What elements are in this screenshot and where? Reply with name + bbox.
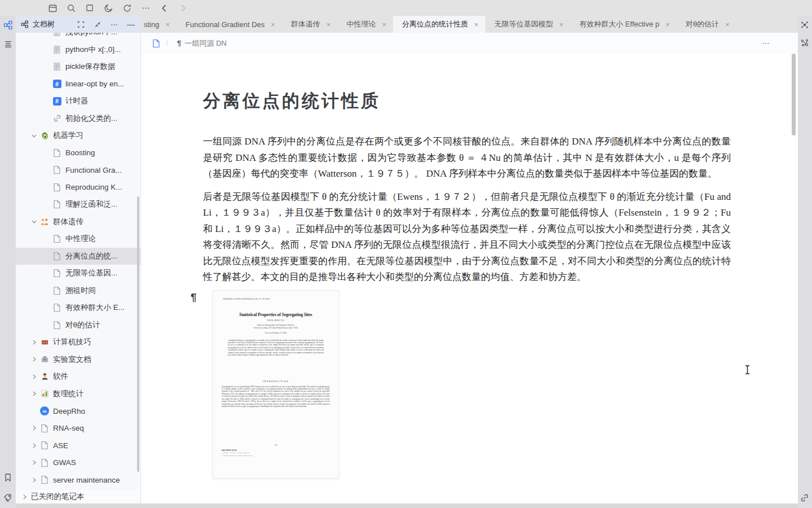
tree-item[interactable]: 对θ的估计 — [16, 317, 140, 334]
tab[interactable]: 群体遗传× — [282, 16, 338, 33]
chevron-right-icon[interactable] — [29, 475, 38, 484]
close-icon[interactable]: × — [382, 20, 386, 29]
back-icon[interactable] — [159, 3, 169, 13]
backlinks-icon[interactable] — [797, 491, 812, 505]
tree-item[interactable]: 实验室文档 — [16, 351, 140, 369]
tree-item[interactable]: 计算机技巧 — [16, 334, 140, 351]
tree-item[interactable]: server maintenance — [16, 471, 140, 489]
chevron-down-icon[interactable] — [29, 131, 38, 140]
tree-item[interactable]: ∞DeepRho — [16, 402, 140, 420]
tree-item[interactable]: ASE — [16, 437, 140, 454]
close-icon[interactable]: × — [271, 20, 275, 29]
paragraph-mark-icon: ¶ — [177, 39, 182, 47]
file-icon — [52, 286, 62, 295]
bottom-strip — [16, 503, 798, 508]
outline-icon[interactable] — [0, 37, 16, 51]
tab[interactable]: 中性理论× — [337, 16, 393, 33]
tree-item-label: 分离位点的统... — [65, 251, 117, 261]
breadcrumb: 〉 ¶ 一组同源 DN ⋯ — [141, 33, 798, 54]
sidebar-scrollbar[interactable] — [137, 196, 139, 472]
tree-item[interactable]: 理解泛函和泛... — [16, 196, 140, 213]
paper-page-image[interactable]: THEORETICAL POPULATION BIOLOGY 48, 172–1… — [213, 290, 339, 479]
tree-item[interactable]: 浅谈python中... — [16, 33, 140, 41]
doc-tree-icon[interactable] — [0, 18, 16, 32]
chevron-right-icon[interactable] — [29, 458, 38, 467]
doc-paragraph[interactable]: 后者是无限等位基因模型下 θ 的充分统计量（Ewens，１９７２），但前者只是无… — [203, 189, 731, 286]
tab-label: 对θ的估计 — [686, 19, 719, 29]
chevron-down-icon[interactable] — [29, 217, 38, 226]
tree-item[interactable]: pickle保存数据 — [16, 58, 140, 76]
tabbar: sting×Functional Gradient Des×群体遗传×中性理论×… — [141, 16, 798, 33]
tree-item[interactable]: 初始化父类的... — [16, 110, 140, 128]
tree-item[interactable]: #计时器 — [16, 93, 140, 110]
tree-item[interactable]: 有效种群大小 E... — [16, 299, 140, 317]
chevron-right-icon[interactable] — [29, 338, 38, 347]
close-icon[interactable]: × — [725, 20, 730, 29]
paper-section-heading: INTRODUCTION — [213, 380, 338, 383]
close-icon[interactable]: × — [559, 20, 564, 29]
tree-item[interactable]: Functional Gra... — [16, 161, 140, 179]
tree-item[interactable]: 无限等位基因... — [16, 265, 140, 282]
close-icon[interactable]: × — [165, 20, 170, 29]
square-icon[interactable] — [85, 3, 95, 13]
tree-item[interactable]: python中 x[:,0]... — [16, 41, 140, 59]
tree-item[interactable]: 分离位点的统... — [16, 248, 140, 265]
tree-item-label: GWAS — [53, 458, 76, 467]
more-icon[interactable] — [140, 3, 151, 13]
sync-icon[interactable] — [122, 3, 132, 13]
tab[interactable]: Functional Gradient Des× — [176, 16, 282, 33]
bookmark-icon[interactable] — [0, 471, 16, 484]
chevron-right-icon[interactable] — [29, 355, 38, 364]
focus-icon[interactable] — [77, 20, 85, 29]
graph-icon[interactable] — [797, 18, 812, 32]
document-icon[interactable] — [152, 39, 160, 48]
panel-minimize-icon[interactable]: — — [127, 20, 135, 29]
close-icon[interactable]: × — [474, 20, 479, 29]
tree-item[interactable]: #linear-opt by en... — [16, 76, 140, 93]
tab[interactable]: 有效种群大小 Effective p× — [570, 16, 677, 33]
editor-content[interactable]: 分离位点的统计性质 一组同源 DNA 序列中的分离位点是存在两个或更多个不同核苷… — [141, 54, 798, 503]
forward-icon[interactable] — [178, 3, 188, 13]
calendar-icon[interactable] — [47, 3, 58, 13]
close-icon[interactable]: × — [665, 20, 670, 29]
tree-item[interactable]: 溯祖时间 — [16, 282, 140, 300]
doc-paragraph[interactable]: 一组同源 DNA 序列中的分离位点是存在两个或更多个不同核苷酸的位点。来自群体的… — [203, 134, 731, 182]
tree-item-label: DeepRho — [53, 407, 85, 415]
tree-item[interactable]: GWAS — [16, 454, 140, 472]
paragraph-mark-icon[interactable]: ¶ — [191, 291, 197, 304]
tree-item[interactable]: RNA-seq — [16, 420, 140, 437]
collapse-icon[interactable] — [94, 20, 102, 29]
breadcrumb-label[interactable]: 一组同源 DN — [185, 38, 227, 49]
tree-item[interactable]: 软件 — [16, 368, 140, 386]
content-scrollbar[interactable] — [792, 54, 796, 135]
chevron-right-icon[interactable] — [29, 424, 38, 433]
tab[interactable]: sting× — [141, 16, 176, 33]
close-icon[interactable]: × — [326, 20, 331, 29]
tree-item[interactable]: Boosting — [16, 144, 140, 162]
app-window: 文档树 ⋯ — 浅谈python中...python中 x[:,0]...pic… — [0, 0, 812, 508]
search-icon[interactable] — [66, 3, 76, 13]
tree-item-label: linear-opt by en... — [65, 80, 124, 88]
chevron-right-icon[interactable] — [29, 441, 38, 450]
paper-page-number: 172 — [213, 444, 338, 446]
tree-item[interactable]: 数理统计 — [16, 386, 140, 403]
tree-item[interactable]: 群体遗传 — [16, 213, 140, 231]
chevron-right-icon[interactable] — [20, 492, 29, 501]
tree-item[interactable]: Reproducing K... — [16, 179, 140, 196]
doc-title[interactable]: 分离位点的统计性质 — [203, 89, 798, 113]
tree-item[interactable]: 中性理论 — [16, 230, 140, 248]
panel-more-icon[interactable]: ⋯ — [111, 20, 118, 29]
brick-icon — [39, 338, 50, 347]
breadcrumb-more-icon[interactable]: ⋯ — [762, 38, 771, 47]
relations-icon[interactable] — [797, 36, 812, 50]
closed-notebooks-row[interactable]: 已关闭的笔记本 — [16, 490, 140, 503]
tab[interactable]: 对θ的估计× — [677, 16, 736, 33]
tree-item[interactable]: 机器学习 — [16, 127, 140, 144]
tab[interactable]: 无限等位基因模型× — [486, 16, 571, 33]
chevron-right-icon[interactable] — [29, 389, 38, 398]
tab[interactable]: 分离位点的统计性质× — [393, 16, 486, 33]
chevron-right-icon[interactable] — [29, 372, 38, 381]
file-icon — [52, 303, 62, 313]
tag-icon[interactable] — [0, 491, 16, 505]
dark-mode-icon[interactable] — [103, 3, 113, 13]
